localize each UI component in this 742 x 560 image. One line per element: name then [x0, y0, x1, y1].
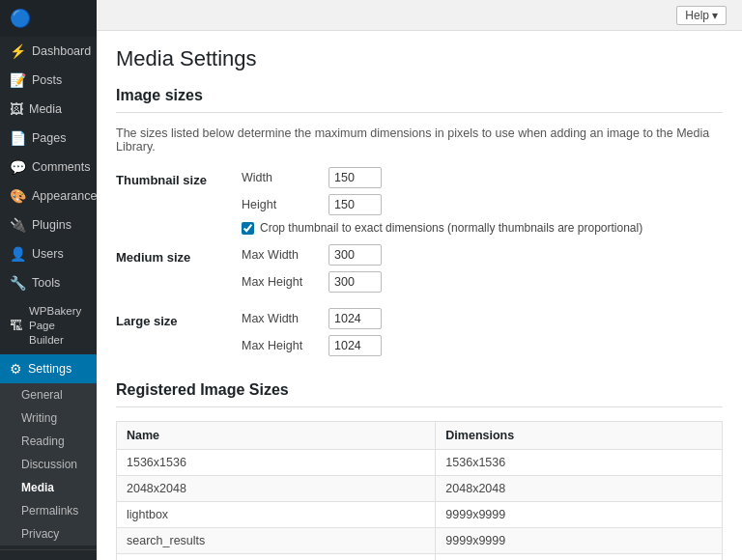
help-label: Help [685, 9, 709, 22]
thumbnail-size-row: Thumbnail size Width Height Crop thumbna… [116, 167, 723, 235]
sidebar-item-label: Appearance [32, 189, 97, 203]
sidebar-item-theme-panel[interactable]: 🎭 Theme Panel [0, 554, 97, 560]
submenu-reading[interactable]: Reading [0, 430, 97, 453]
size-dimensions-cell: 9999x9999 [436, 554, 723, 561]
submenu-writing[interactable]: Writing [0, 406, 97, 430]
submenu-discussion[interactable]: Discussion [0, 453, 97, 476]
topbar: Help ▾ [97, 0, 742, 31]
registered-sizes-section: Registered Image Sizes Name Dimensions 1… [116, 381, 723, 560]
size-name-cell: search_results [117, 528, 436, 554]
size-dimensions-cell: 9999x9999 [436, 528, 723, 554]
wp-logo-icon: 🔵 [10, 8, 31, 29]
size-name-cell: lightbox [117, 502, 436, 528]
medium-max-height-row: Max Height [242, 271, 723, 293]
thumbnail-size-content: Width Height Crop thumbnail to exact dim… [242, 167, 723, 235]
sidebar-item-tools[interactable]: 🔧 Tools [0, 268, 97, 297]
medium-size-content: Max Width Max Height [242, 244, 723, 298]
sidebar-item-settings[interactable]: ⚙ Settings [0, 354, 97, 383]
large-max-height-label: Max Height [242, 339, 319, 352]
thumbnail-height-row: Height [242, 194, 723, 215]
content-area: Media Settings Image sizes The sizes lis… [97, 31, 742, 560]
thumbnail-width-row: Width [242, 167, 723, 188]
thumbnail-crop-label: Crop thumbnail to exact dimensions (norm… [260, 221, 642, 235]
image-sizes-section: Image sizes The sizes listed below deter… [116, 87, 723, 362]
appearance-icon: 🎨 [10, 188, 26, 204]
wpbakery-icon: 🏗 [10, 317, 23, 334]
table-row: 2048x2048 2048x2048 [117, 476, 723, 502]
size-name-cell: 1536x1536 [117, 450, 436, 476]
medium-max-width-label: Max Width [242, 248, 319, 262]
plugins-icon: 🔌 [10, 217, 26, 233]
sidebar-item-users[interactable]: 👤 Users [0, 239, 97, 268]
tools-icon: 🔧 [10, 275, 26, 291]
sidebar-item-label: Comments [32, 160, 90, 174]
large-max-height-row: Max Height [242, 335, 723, 356]
size-dimensions-cell: 1536x1536 [436, 450, 723, 476]
thumbnail-width-label: Width [242, 171, 319, 184]
thumbnail-height-label: Height [242, 198, 319, 211]
medium-max-width-input[interactable] [328, 244, 382, 266]
registered-sizes-table: Name Dimensions 1536x1536 1536x1536 2048… [116, 421, 723, 560]
image-sizes-title: Image sizes [116, 87, 723, 113]
sidebar-item-label: Tools [32, 276, 60, 290]
medium-size-row: Medium size Max Width Max Height [116, 244, 723, 298]
main-content: Help ▾ Media Settings Image sizes The si… [97, 0, 742, 560]
sidebar-item-label: WPBakery Page Builder [29, 304, 87, 348]
page-title: Media Settings [116, 46, 723, 71]
help-chevron-icon: ▾ [712, 9, 718, 22]
table-row: search_results 9999x9999 [117, 528, 723, 554]
size-dimensions-cell: 9999x9999 [436, 502, 723, 528]
dashboard-icon: ⚡ [10, 43, 26, 59]
medium-max-height-label: Max Height [242, 275, 319, 289]
large-size-label: Large size [116, 308, 242, 362]
sidebar-item-wpbakery[interactable]: 🏗 WPBakery Page Builder [0, 297, 97, 354]
sidebar-item-comments[interactable]: 💬 Comments [0, 153, 97, 182]
large-size-content: Max Width Max Height [242, 308, 723, 362]
size-name-cell: blog_entry [117, 554, 436, 561]
table-row: blog_entry 9999x9999 [117, 554, 723, 561]
large-size-row: ↓ Large size Max Width Max Height [116, 308, 723, 362]
thumbnail-height-input[interactable] [328, 194, 382, 215]
table-row: 1536x1536 1536x1536 [117, 450, 723, 476]
settings-submenu: General Writing Reading Discussion Media… [0, 383, 97, 546]
submenu-privacy[interactable]: Privacy [0, 522, 97, 546]
sidebar-item-label: Posts [32, 73, 62, 87]
size-name-cell: 2048x2048 [117, 476, 436, 502]
posts-icon: 📝 [10, 72, 26, 88]
sidebar-item-label: Users [32, 247, 64, 261]
large-max-height-input[interactable] [328, 335, 382, 356]
large-max-width-input[interactable] [328, 308, 382, 329]
sidebar-item-dashboard[interactable]: ⚡ Dashboard [0, 37, 97, 66]
large-max-width-label: Max Width [242, 312, 319, 325]
sidebar-item-plugins[interactable]: 🔌 Plugins [0, 210, 97, 239]
sidebar-item-posts[interactable]: 📝 Posts [0, 66, 97, 95]
sidebar-item-label: Settings [28, 362, 71, 376]
submenu-general[interactable]: General [0, 383, 97, 406]
thumbnail-size-label: Thumbnail size [116, 167, 242, 235]
sidebar-item-pages[interactable]: 📄 Pages [0, 124, 97, 153]
submenu-media[interactable]: Media [0, 476, 97, 499]
comments-icon: 💬 [10, 159, 26, 175]
col-dimensions-header: Dimensions [436, 422, 723, 450]
users-icon: 👤 [10, 246, 26, 262]
medium-size-label: Medium size [116, 244, 242, 298]
sidebar-item-label: Plugins [32, 218, 71, 232]
submenu-permalinks[interactable]: Permalinks [0, 499, 97, 522]
sidebar-item-label: Dashboard [32, 44, 91, 58]
sidebar-item-label: Media [29, 102, 62, 116]
help-button[interactable]: Help ▾ [676, 6, 727, 25]
sidebar-item-appearance[interactable]: 🎨 Appearance [0, 182, 97, 210]
col-name-header: Name [117, 422, 436, 450]
sidebar-item-media[interactable]: 🖼 Media [0, 95, 97, 124]
thumbnail-crop-checkbox[interactable] [242, 222, 254, 235]
medium-max-height-input[interactable] [328, 271, 382, 293]
settings-icon: ⚙ [10, 361, 22, 377]
thumbnail-width-input[interactable] [328, 167, 382, 188]
sidebar-logo: 🔵 [0, 0, 97, 37]
size-dimensions-cell: 2048x2048 [436, 476, 723, 502]
pages-icon: 📄 [10, 130, 26, 146]
table-row: lightbox 9999x9999 [117, 502, 723, 528]
image-sizes-description: The sizes listed below determine the max… [116, 126, 723, 154]
thumbnail-crop-row: Crop thumbnail to exact dimensions (norm… [242, 221, 723, 235]
media-icon: 🖼 [10, 101, 23, 117]
